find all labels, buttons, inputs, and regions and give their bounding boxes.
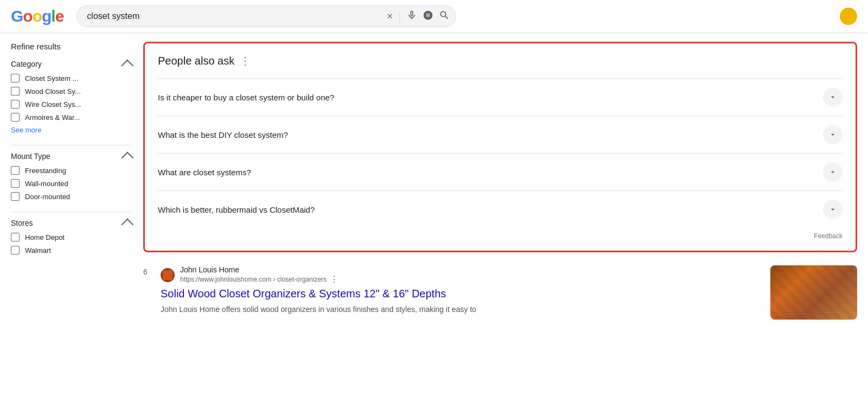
- wire-closet-label: Wire Closet Sys...: [25, 100, 81, 109]
- main-layout: Refine results Category Closet System ..…: [0, 33, 868, 328]
- paa-expand-button-4[interactable]: [823, 200, 843, 219]
- checkbox-closet-system[interactable]: [11, 74, 20, 82]
- result-url-row: https://www.johnlouishome.com › closet-o…: [180, 274, 339, 284]
- paa-expand-button-1[interactable]: [823, 87, 843, 107]
- checkbox-home-depot[interactable]: [11, 233, 20, 241]
- voice-search-icon[interactable]: [406, 10, 417, 23]
- people-also-ask-box: People also ask ⋮ Is it cheaper to buy a…: [143, 42, 857, 252]
- search-result-1: 6 John Louis Home https://www.johnlouish…: [143, 265, 857, 320]
- result-title-link[interactable]: Solid Wood Closet Organizers & Systems 1…: [161, 287, 762, 301]
- filter-wire-closet: Wire Closet Sys...: [11, 100, 130, 109]
- clear-icon[interactable]: ×: [387, 11, 393, 22]
- paa-title: People also ask: [158, 55, 234, 67]
- search-bar-wrapper: × |: [76, 5, 456, 27]
- checkbox-freestanding[interactable]: [11, 166, 20, 175]
- paa-question-text-2: What is the best DIY closet system?: [158, 130, 288, 139]
- result-content: John Louis Home https://www.johnlouishom…: [161, 265, 762, 315]
- paa-question-4[interactable]: Which is better, rubbermaid vs ClosetMai…: [158, 190, 843, 228]
- sidebar-divider-2: [11, 212, 130, 212]
- category-collapse-icon[interactable]: [122, 60, 134, 72]
- paa-question-text-4: Which is better, rubbermaid vs ClosetMai…: [158, 205, 315, 214]
- checkbox-wood-closet[interactable]: [11, 87, 20, 96]
- category-section-header: Category: [11, 60, 130, 68]
- result-number: 6: [143, 265, 152, 276]
- stores-section-header: Stores: [11, 219, 130, 227]
- stores-label: Stores: [11, 219, 33, 227]
- paa-question-2[interactable]: What is the best DIY closet system?: [158, 116, 843, 153]
- walmart-label: Walmart: [25, 246, 51, 254]
- google-logo: Google: [11, 7, 63, 26]
- result-favicon: [161, 268, 175, 282]
- result-url-options-icon[interactable]: ⋮: [330, 274, 339, 284]
- checkbox-wall-mounted[interactable]: [11, 179, 20, 188]
- result-source: John Louis Home https://www.johnlouishom…: [161, 265, 762, 284]
- paa-question-text-3: What are closet systems?: [158, 168, 251, 177]
- paa-question-text-1: Is it cheaper to buy a closet system or …: [158, 93, 334, 102]
- paa-menu-dots-icon[interactable]: ⋮: [240, 54, 251, 67]
- header: Google × |: [0, 0, 868, 33]
- sidebar: Refine results Category Closet System ..…: [11, 42, 130, 320]
- wall-mounted-label: Wall-mounted: [25, 180, 68, 188]
- result-url: https://www.johnlouishome.com › closet-o…: [180, 276, 327, 283]
- refine-results-title: Refine results: [11, 42, 130, 51]
- freestanding-label: Freestanding: [25, 167, 66, 175]
- mount-type-label: Mount Type: [11, 152, 50, 161]
- mount-type-section-header: Mount Type: [11, 152, 130, 161]
- paa-feedback-link[interactable]: Feedback: [158, 228, 843, 240]
- filter-closet-system: Closet System ...: [11, 74, 130, 82]
- wood-closet-label: Wood Closet Sy...: [25, 87, 81, 96]
- filter-armoires: Armoires & War...: [11, 113, 130, 122]
- result-description: John Louis Home offers solid wood organi…: [161, 304, 762, 315]
- checkbox-walmart[interactable]: [11, 246, 20, 254]
- category-filter-section: Category Closet System ... Wood Closet S…: [11, 60, 130, 134]
- filter-door-mounted: Door-mounted: [11, 192, 130, 201]
- stores-collapse-icon[interactable]: [122, 219, 134, 231]
- paa-expand-button-3[interactable]: [823, 162, 843, 182]
- filter-wall-mounted: Wall-mounted: [11, 179, 130, 188]
- search-submit-icon[interactable]: [439, 10, 450, 23]
- result-site-info: John Louis Home https://www.johnlouishom…: [180, 265, 339, 284]
- category-see-more-link[interactable]: See more: [11, 126, 130, 134]
- user-avatar[interactable]: [840, 8, 857, 25]
- mount-type-collapse-icon[interactable]: [122, 152, 134, 164]
- result-thumbnail: [770, 265, 857, 320]
- category-label: Category: [11, 60, 42, 68]
- armoires-label: Armoires & War...: [25, 113, 80, 122]
- paa-expand-button-2[interactable]: [823, 125, 843, 144]
- paa-question-1[interactable]: Is it cheaper to buy a closet system or …: [158, 78, 843, 116]
- lens-search-icon[interactable]: [423, 10, 433, 23]
- closet-system-label: Closet System ...: [25, 74, 78, 82]
- checkbox-armoires[interactable]: [11, 113, 20, 122]
- result-site-name: John Louis Home: [180, 265, 339, 274]
- stores-filter-section: Stores Home Depot Walmart: [11, 219, 130, 254]
- divider-vertical: |: [398, 9, 401, 23]
- home-depot-label: Home Depot: [25, 233, 65, 241]
- mount-type-filter-section: Mount Type Freestanding Wall-mounted Doo…: [11, 152, 130, 201]
- door-mounted-label: Door-mounted: [25, 193, 70, 201]
- filter-wood-closet: Wood Closet Sy...: [11, 87, 130, 96]
- filter-freestanding: Freestanding: [11, 166, 130, 175]
- filter-home-depot: Home Depot: [11, 233, 130, 241]
- sidebar-divider-1: [11, 145, 130, 145]
- paa-header: People also ask ⋮: [158, 54, 843, 67]
- filter-walmart: Walmart: [11, 246, 130, 254]
- checkbox-door-mounted[interactable]: [11, 192, 20, 201]
- search-icon-group: × |: [387, 9, 450, 23]
- checkbox-wire-closet[interactable]: [11, 100, 20, 109]
- main-content: People also ask ⋮ Is it cheaper to buy a…: [143, 42, 857, 320]
- paa-question-3[interactable]: What are closet systems?: [158, 153, 843, 190]
